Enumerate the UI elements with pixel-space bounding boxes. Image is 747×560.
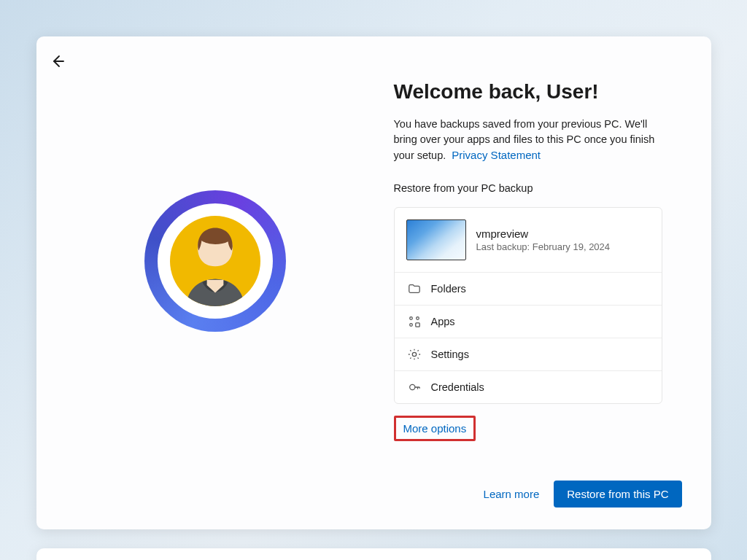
- next-card-peek: [36, 548, 711, 560]
- device-last-backup: Last backup: February 19, 2024: [476, 241, 611, 252]
- backup-device-row[interactable]: vmpreview Last backup: February 19, 2024: [395, 208, 662, 273]
- svg-rect-3: [415, 323, 419, 327]
- illustration-column: [36, 36, 394, 529]
- back-button[interactable]: [48, 52, 66, 70]
- content-column: Welcome back, User! You have backups sav…: [394, 36, 711, 529]
- backup-item-label: Folders: [431, 283, 466, 295]
- backup-item-apps[interactable]: Apps: [395, 306, 662, 338]
- learn-more-link[interactable]: Learn more: [484, 488, 540, 500]
- page-title: Welcome back, User!: [394, 80, 682, 104]
- avatar-ring: [144, 190, 286, 332]
- apps-icon: [408, 315, 421, 328]
- avatar-icon: [170, 216, 260, 306]
- svg-point-2: [416, 317, 419, 320]
- svg-point-4: [412, 352, 416, 356]
- svg-point-1: [409, 324, 412, 327]
- credentials-icon: [408, 381, 421, 394]
- oobe-restore-card: Welcome back, User! You have backups sav…: [36, 36, 711, 529]
- device-info: vmpreview Last backup: February 19, 2024: [476, 228, 611, 252]
- backup-item-label: Apps: [431, 316, 455, 327]
- page-description: You have backups saved from your previou…: [394, 117, 671, 163]
- backup-item-label: Settings: [431, 349, 469, 360]
- footer-actions: Learn more Restore from this PC: [484, 481, 682, 508]
- backup-item-settings[interactable]: Settings: [395, 338, 662, 371]
- backup-item-folders[interactable]: Folders: [395, 273, 662, 306]
- settings-icon: [408, 348, 421, 361]
- device-name: vmpreview: [476, 228, 611, 240]
- more-options-link[interactable]: More options: [394, 416, 476, 441]
- svg-point-5: [409, 384, 414, 389]
- device-thumbnail-icon: [406, 219, 466, 260]
- restore-subhead: Restore from your PC backup: [394, 182, 682, 194]
- backup-panel: vmpreview Last backup: February 19, 2024…: [394, 207, 662, 404]
- backup-item-label: Credentials: [431, 381, 484, 393]
- backup-item-credentials[interactable]: Credentials: [395, 371, 662, 403]
- arrow-left-icon: [48, 52, 66, 70]
- restore-from-this-pc-button[interactable]: Restore from this PC: [554, 481, 681, 508]
- folder-icon: [408, 282, 421, 295]
- privacy-statement-link[interactable]: Privacy Statement: [452, 149, 541, 161]
- svg-point-0: [409, 317, 412, 320]
